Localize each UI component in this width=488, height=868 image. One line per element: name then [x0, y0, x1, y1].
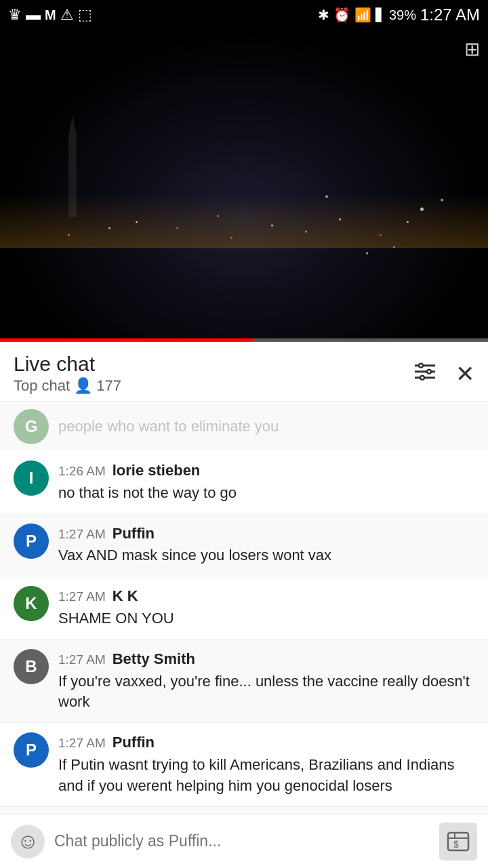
chat-item: K 1:27 AM K K SHAME ON YOU — [0, 576, 488, 639]
status-bar: ♛ ▬ M ⚠ ⬚ ✱ ⏰ 📶 ▋ 39% 1:27 AM — [0, 0, 488, 30]
warning-icon: ⚠ — [60, 6, 74, 24]
message-text: no that is not the way to go — [58, 484, 237, 501]
message-username: Puffin — [113, 524, 155, 545]
emoji-button[interactable]: ☺ — [11, 825, 45, 859]
bluetooth-icon: ✱ — [318, 7, 329, 23]
chat-item: P 1:27 AM Puffin Vax AND mask since you … — [0, 514, 488, 577]
message-time: 1:27 AM — [58, 588, 106, 606]
viewers-icon: 👤 — [74, 377, 92, 395]
message-time: 1:27 AM — [58, 651, 106, 669]
video-content: ⊞ — [0, 30, 488, 342]
live-chat-header: Live chat Top chat 👤 177 ✕ — [0, 342, 488, 402]
message-time: 1:27 AM — [58, 526, 106, 544]
avatar: P — [14, 732, 49, 768]
chat-item: P 1:27 AM Puffin If Putin wasnt trying t… — [0, 723, 488, 806]
image-icon: ⬚ — [78, 6, 92, 24]
filter-icon[interactable] — [413, 361, 436, 387]
chat-partial-message: G people who want to eliminate you — [0, 402, 488, 451]
send-icon: $ — [447, 831, 470, 852]
signal-icon: ▋ — [375, 7, 385, 22]
video-progress-fill — [0, 338, 253, 342]
avatar: P — [14, 524, 49, 559]
status-bar-right: ✱ ⏰ 📶 ▋ 39% 1:27 AM — [318, 5, 480, 24]
message-username: Puffin — [113, 732, 155, 753]
message-username: lorie stieben — [113, 460, 201, 481]
message-text: If Putin wasnt trying to kill Americans,… — [58, 756, 455, 794]
chat-input-bar: ☺ $ — [0, 814, 488, 868]
live-chat-title-area: Live chat Top chat 👤 177 — [14, 353, 121, 395]
city-lights — [0, 194, 488, 248]
partial-text: people who want to eliminate you — [58, 418, 279, 435]
m-icon: M — [45, 7, 56, 23]
avatar: G — [14, 409, 49, 444]
chat-item: I 1:26 AM lorie stieben no that is not t… — [0, 451, 488, 514]
avatar: K — [14, 586, 49, 621]
message-username: K K — [113, 586, 138, 607]
alarm-icon: ⏰ — [333, 7, 350, 23]
message-time: 1:26 AM — [58, 462, 106, 481]
live-chat-panel: Live chat Top chat 👤 177 ✕ — [0, 342, 488, 868]
avatar: B — [14, 649, 49, 684]
top-chat-label[interactable]: Top chat — [14, 377, 70, 395]
chat-item: B 1:27 AM Betty Smith If you're vaxxed, … — [0, 639, 488, 723]
battery-percent: 39% — [389, 7, 416, 23]
folder-icon: ▬ — [26, 6, 41, 24]
svg-text:$: $ — [453, 839, 459, 850]
svg-rect-3 — [419, 363, 423, 368]
close-button[interactable]: ✕ — [455, 360, 474, 387]
message-username: Betty Smith — [113, 649, 195, 670]
send-button[interactable]: $ — [439, 823, 477, 861]
message-time: 1:27 AM — [58, 734, 106, 753]
message-text: SHAME ON YOU — [58, 610, 174, 627]
viewer-count: 177 — [96, 377, 121, 395]
video-settings-icon[interactable]: ⊞ — [464, 38, 480, 60]
live-chat-subtitle: Top chat 👤 177 — [14, 377, 121, 395]
video-player[interactable]: ⊞ — [0, 30, 488, 342]
wifi-icon: 📶 — [354, 7, 371, 23]
emoji-icon: ☺ — [17, 829, 39, 854]
chat-messages-list: G people who want to eliminate you I 1:2… — [0, 402, 488, 868]
svg-rect-5 — [420, 376, 424, 380]
header-actions: ✕ — [413, 360, 474, 387]
live-chat-title: Live chat — [14, 353, 121, 376]
avatar: I — [14, 460, 49, 496]
message-text: If you're vaxxed, you're fine... unless … — [58, 673, 470, 711]
status-bar-left: ♛ ▬ M ⚠ ⬚ — [8, 6, 92, 24]
message-text: Vax AND mask since you losers wont vax — [58, 547, 331, 564]
crown-icon: ♛ — [8, 6, 22, 24]
svg-rect-4 — [427, 370, 431, 374]
video-progress-bar[interactable] — [0, 338, 488, 342]
time-display: 1:27 AM — [420, 5, 480, 24]
chat-input[interactable] — [54, 825, 430, 859]
